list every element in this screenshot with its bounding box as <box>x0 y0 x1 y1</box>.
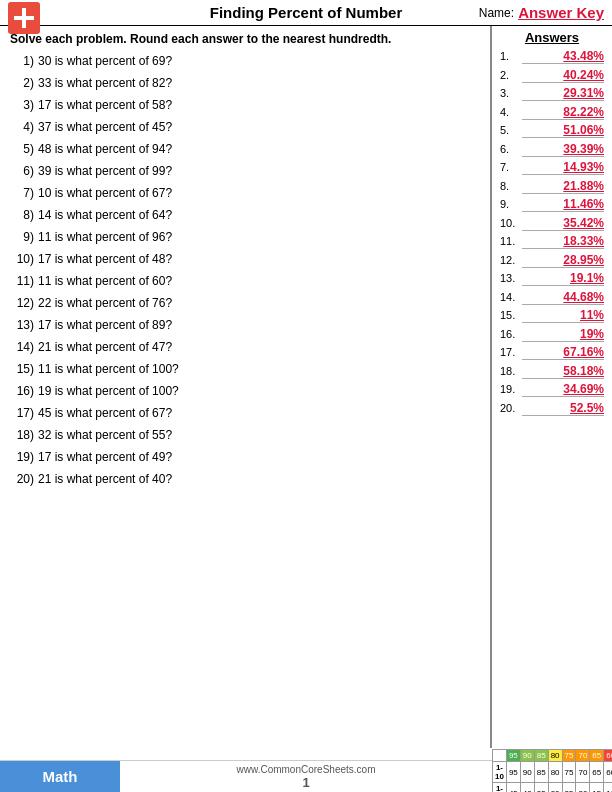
problem-num: 15) <box>10 360 38 378</box>
problem-item: 19) 17 is what percent of 49? <box>10 448 480 466</box>
answer-value: 19% <box>522 327 604 342</box>
problem-text: 45 is what percent of 67? <box>38 404 480 422</box>
answer-item: 18. 58.18% <box>500 364 604 379</box>
problem-text: 11 is what percent of 96? <box>38 228 480 246</box>
problem-item: 5) 48 is what percent of 94? <box>10 140 480 158</box>
problem-num: 4) <box>10 118 38 136</box>
footer-center: www.CommonCoreSheets.com 1 <box>120 761 492 792</box>
problem-text: 14 is what percent of 64? <box>38 206 480 224</box>
problem-num: 20) <box>10 470 38 488</box>
problem-item: 6) 39 is what percent of 99? <box>10 162 480 180</box>
answer-item: 12. 28.95% <box>500 253 604 268</box>
svg-rect-2 <box>14 16 34 20</box>
answer-num: 2. <box>500 69 522 81</box>
header-name-area: Name: Answer Key <box>479 4 604 21</box>
footer-math-label: Math <box>0 761 120 792</box>
problem-item: 10) 17 is what percent of 48? <box>10 250 480 268</box>
problem-item: 20) 21 is what percent of 40? <box>10 470 480 488</box>
answer-num: 3. <box>500 87 522 99</box>
answer-item: 11. 18.33% <box>500 234 604 249</box>
problem-text: 17 is what percent of 89? <box>38 316 480 334</box>
problem-text: 17 is what percent of 49? <box>38 448 480 466</box>
answer-item: 7. 14.93% <box>500 160 604 175</box>
answers-header: Answers <box>500 30 604 45</box>
problem-text: 19 is what percent of 100? <box>38 382 480 400</box>
answer-num: 19. <box>500 383 522 395</box>
problem-item: 16) 19 is what percent of 100? <box>10 382 480 400</box>
name-label: Name: <box>479 6 514 20</box>
problem-text: 30 is what percent of 69? <box>38 52 480 70</box>
answer-value: 21.88% <box>522 179 604 194</box>
answer-num: 5. <box>500 124 522 136</box>
instruction: Solve each problem. Round each answer to… <box>10 32 480 46</box>
problem-num: 12) <box>10 294 38 312</box>
answer-item: 15. 11% <box>500 308 604 323</box>
answer-num: 9. <box>500 198 522 210</box>
problem-num: 13) <box>10 316 38 334</box>
answer-value: 40.24% <box>522 68 604 83</box>
problem-num: 9) <box>10 228 38 246</box>
answer-value: 14.93% <box>522 160 604 175</box>
problem-text: 11 is what percent of 100? <box>38 360 480 378</box>
problem-item: 17) 45 is what percent of 67? <box>10 404 480 422</box>
answer-value: 34.69% <box>522 382 604 397</box>
problem-item: 18) 32 is what percent of 55? <box>10 426 480 444</box>
answer-num: 10. <box>500 217 522 229</box>
answer-value: 67.16% <box>522 345 604 360</box>
footer-grade-table: 95 90 85 80 75 70 65 60 55 50 0 1-10 959… <box>492 761 612 792</box>
answer-value: 58.18% <box>522 364 604 379</box>
problem-text: 48 is what percent of 94? <box>38 140 480 158</box>
answer-item: 6. 39.39% <box>500 142 604 157</box>
problem-text: 33 is what percent of 82? <box>38 74 480 92</box>
problem-num: 18) <box>10 426 38 444</box>
problem-text: 22 is what percent of 76? <box>38 294 480 312</box>
problem-item: 3) 17 is what percent of 58? <box>10 96 480 114</box>
answer-item: 14. 44.68% <box>500 290 604 305</box>
footer-website: www.CommonCoreSheets.com <box>237 764 376 775</box>
problem-text: 21 is what percent of 40? <box>38 470 480 488</box>
problem-item: 14) 21 is what percent of 47? <box>10 338 480 356</box>
answer-value: 39.39% <box>522 142 604 157</box>
answer-value: 51.06% <box>522 123 604 138</box>
problem-list: 1) 30 is what percent of 69? 2) 33 is wh… <box>10 52 480 488</box>
answer-num: 12. <box>500 254 522 266</box>
problem-item: 7) 10 is what percent of 67? <box>10 184 480 202</box>
answer-list: 1. 43.48% 2. 40.24% 3. 29.31% 4. 82.22% … <box>500 49 604 416</box>
answer-value: 19.1% <box>522 271 604 286</box>
logo <box>8 2 38 32</box>
answer-value: 28.95% <box>522 253 604 268</box>
problem-num: 14) <box>10 338 38 356</box>
answer-num: 15. <box>500 309 522 321</box>
answer-item: 10. 35.42% <box>500 216 604 231</box>
problem-num: 16) <box>10 382 38 400</box>
problem-item: 4) 37 is what percent of 45? <box>10 118 480 136</box>
problem-item: 12) 22 is what percent of 76? <box>10 294 480 312</box>
problem-text: 17 is what percent of 48? <box>38 250 480 268</box>
problem-num: 11) <box>10 272 38 290</box>
problem-text: 39 is what percent of 99? <box>38 162 480 180</box>
page-title: Finding Percent of Number <box>210 4 403 21</box>
answer-num: 18. <box>500 365 522 377</box>
answer-value: 52.5% <box>522 401 604 416</box>
answer-value: 44.68% <box>522 290 604 305</box>
problem-num: 19) <box>10 448 38 466</box>
problem-item: 1) 30 is what percent of 69? <box>10 52 480 70</box>
problem-item: 15) 11 is what percent of 100? <box>10 360 480 378</box>
problems-section: Solve each problem. Round each answer to… <box>0 26 492 748</box>
problem-item: 13) 17 is what percent of 89? <box>10 316 480 334</box>
main-content: Solve each problem. Round each answer to… <box>0 26 612 748</box>
answers-section: Answers 1. 43.48% 2. 40.24% 3. 29.31% 4.… <box>492 26 612 748</box>
answer-item: 2. 40.24% <box>500 68 604 83</box>
answer-num: 1. <box>500 50 522 62</box>
answer-item: 1. 43.48% <box>500 49 604 64</box>
answer-key-label: Answer Key <box>518 4 604 21</box>
answer-item: 8. 21.88% <box>500 179 604 194</box>
answer-value: 35.42% <box>522 216 604 231</box>
problem-text: 10 is what percent of 67? <box>38 184 480 202</box>
answer-item: 20. 52.5% <box>500 401 604 416</box>
problem-text: 17 is what percent of 58? <box>38 96 480 114</box>
answer-item: 4. 82.22% <box>500 105 604 120</box>
problem-item: 9) 11 is what percent of 96? <box>10 228 480 246</box>
problem-num: 10) <box>10 250 38 268</box>
answer-num: 16. <box>500 328 522 340</box>
